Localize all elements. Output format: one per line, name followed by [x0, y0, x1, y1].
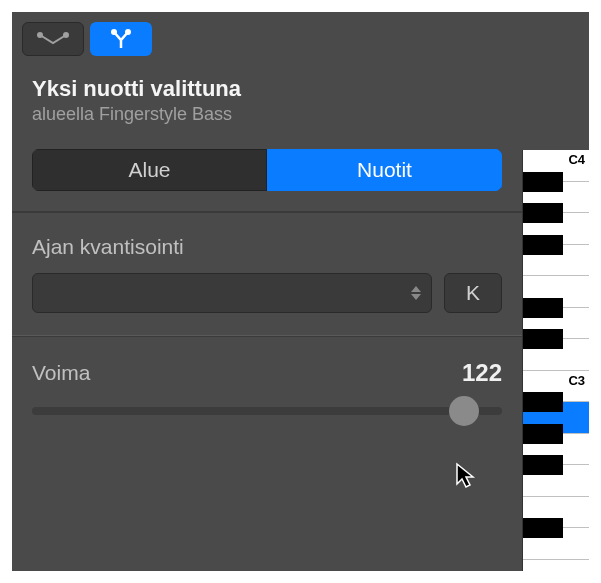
- tab-notes[interactable]: Nuotit: [267, 149, 502, 191]
- piano-key-black[interactable]: [523, 235, 563, 255]
- mouse-cursor-icon: [454, 462, 478, 490]
- key-label-c3: C3: [568, 373, 585, 388]
- piano-key-black[interactable]: [523, 298, 563, 318]
- velocity-value: 122: [462, 359, 502, 387]
- velocity-slider-thumb[interactable]: [449, 396, 479, 426]
- piano-key-black[interactable]: [523, 329, 563, 349]
- tab-region[interactable]: Alue: [32, 149, 267, 191]
- midi-merge-button[interactable]: [90, 22, 152, 56]
- time-quantize-label: Ajan kvantisointi: [32, 235, 502, 259]
- piano-key-white[interactable]: [523, 465, 589, 497]
- piano-key-black[interactable]: [523, 518, 563, 538]
- time-quantize-select[interactable]: [32, 273, 432, 313]
- piano-keyboard[interactable]: C4 C3: [522, 150, 589, 571]
- piano-key-black[interactable]: [523, 172, 563, 192]
- velocity-label: Voima: [32, 361, 90, 385]
- selection-subtitle: alueella Fingerstyle Bass: [32, 104, 502, 125]
- curve-icon: [35, 30, 71, 48]
- chevron-updown-icon: [411, 286, 421, 300]
- piano-key-black[interactable]: [523, 203, 563, 223]
- piano-key-white[interactable]: [523, 528, 589, 560]
- automation-curve-button[interactable]: [22, 22, 84, 56]
- piano-key-black[interactable]: [523, 455, 563, 475]
- quantize-strength-button[interactable]: K: [444, 273, 502, 313]
- selection-title: Yksi nuotti valittuna: [32, 76, 502, 102]
- piano-key-white[interactable]: [523, 339, 589, 371]
- piano-key-black[interactable]: [523, 392, 563, 412]
- mode-segmented-control: Alue Nuotit: [32, 149, 502, 191]
- merge-icon: [107, 28, 135, 50]
- svg-point-1: [63, 32, 69, 38]
- velocity-slider[interactable]: [32, 407, 502, 415]
- key-label-c4: C4: [568, 152, 585, 167]
- piano-key-black[interactable]: [523, 424, 563, 444]
- piano-key-white[interactable]: [523, 245, 589, 277]
